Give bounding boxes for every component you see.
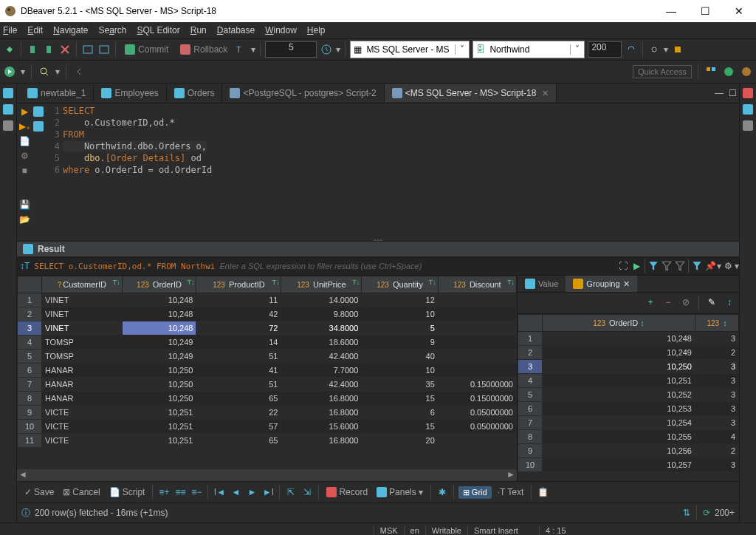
table-row[interactable]: 7HANAR10,2505142.4000350.15000000 xyxy=(18,378,517,392)
grp-col-orderid[interactable]: 123 OrderID ↕ xyxy=(543,315,695,332)
outline-icon[interactable] xyxy=(743,104,753,115)
table-row[interactable]: 6HANAR10,250417.700010 xyxy=(18,364,517,378)
menu-database[interactable]: Database xyxy=(217,25,255,35)
sort-icon[interactable]: ↕ xyxy=(723,296,736,309)
grid-mode-button[interactable]: ⊞ Grid xyxy=(458,486,492,499)
minimize-button[interactable]: — xyxy=(654,0,688,22)
h-scrollbar[interactable]: ◄► xyxy=(17,469,517,481)
filter-remove-icon[interactable] xyxy=(660,259,673,273)
outline2-icon[interactable] xyxy=(33,121,44,132)
add-col-icon[interactable]: + xyxy=(644,296,657,309)
table-row[interactable]: 1010,2573 xyxy=(518,458,739,472)
table-row[interactable]: 10VICTE10,2515715.6000150.05000000 xyxy=(18,420,517,434)
new-sql-icon[interactable] xyxy=(97,43,111,56)
dup-row-icon[interactable]: ≡≡ xyxy=(173,485,187,499)
grp-col-count[interactable]: 123 ↕ xyxy=(695,315,739,332)
close-icon[interactable]: ✕ xyxy=(623,279,630,289)
grouping-tab[interactable]: Grouping✕ xyxy=(566,276,636,292)
menu-edit[interactable]: Edit xyxy=(27,25,43,35)
info-icon[interactable] xyxy=(3,120,13,131)
error-log-icon[interactable] xyxy=(743,88,753,98)
tab-pg-script[interactable]: <PostgreSQL - postgres> Script-2 xyxy=(222,84,384,102)
refresh-icon[interactable] xyxy=(625,43,638,56)
table-row[interactable]: 110,2483 xyxy=(518,332,739,346)
table-row[interactable]: 210,2492 xyxy=(518,346,739,360)
table-row[interactable]: 2VINET10,248429.800010 xyxy=(18,307,517,321)
col-unitprice[interactable]: 123 UnitPriceT↓ xyxy=(281,276,362,293)
perspective-icon[interactable] xyxy=(704,65,718,78)
panels-button[interactable]: Panels ▾ xyxy=(374,487,426,497)
table-row[interactable]: 710,2543 xyxy=(518,416,739,430)
result-grid[interactable]: ?CustomerIDT↓ 123 OrderIDT↓ 123 ProductI… xyxy=(17,276,517,448)
table-row[interactable]: 9VICTE10,2512216.800060.05000000 xyxy=(18,406,517,420)
table-row[interactable]: 5TOMSP10,2495142.400040 xyxy=(18,350,517,364)
save-button[interactable]: ✓Save xyxy=(21,487,57,497)
filter-funnel-icon[interactable] xyxy=(647,259,660,273)
outline-icon[interactable] xyxy=(33,106,44,117)
rows-limit[interactable]: 200 xyxy=(588,41,622,58)
remove-col-icon[interactable]: − xyxy=(662,296,675,309)
col-quantity[interactable]: 123 QuantityT↓ xyxy=(362,276,439,293)
col-orderid[interactable]: 123 OrderIDT↓ xyxy=(122,276,196,293)
maximize-view-icon[interactable]: ☐ xyxy=(726,86,739,100)
perspective2-icon[interactable] xyxy=(722,65,735,78)
tool-icon[interactable] xyxy=(671,43,684,56)
load-icon[interactable]: 📂 xyxy=(19,214,30,225)
commit-button[interactable]: Commit xyxy=(120,44,173,55)
tab-orders[interactable]: Orders xyxy=(167,84,223,102)
table-row[interactable]: 11VICTE10,2516516.800020 xyxy=(18,434,517,448)
apply-filter-icon[interactable]: ▶ xyxy=(630,259,643,273)
fetch-more[interactable]: 200+ xyxy=(715,508,735,518)
result-tab[interactable]: Result xyxy=(17,241,739,257)
tab-mssql-script[interactable]: <MS SQL Server - MS> Script-18✕ xyxy=(385,84,557,102)
exec-script-icon[interactable]: 📄 xyxy=(19,136,30,146)
next-icon[interactable]: ► xyxy=(245,485,258,499)
limit-input[interactable]: 5 xyxy=(265,41,317,58)
plug-icon[interactable] xyxy=(26,43,39,56)
quick-access[interactable]: Quick Access xyxy=(633,65,692,78)
log-icon[interactable]: 📋 xyxy=(536,485,549,499)
first-icon[interactable]: I◄ xyxy=(213,485,226,499)
del-row-icon[interactable]: ≡− xyxy=(190,485,203,499)
grp-row-header[interactable] xyxy=(518,315,543,332)
search-icon[interactable] xyxy=(38,65,51,78)
tx-icon[interactable]: T xyxy=(235,43,248,56)
sql-editor-icon[interactable] xyxy=(81,43,94,56)
close-icon[interactable]: ✕ xyxy=(542,89,549,98)
table-row[interactable]: 410,2513 xyxy=(518,374,739,388)
filter-settings-icon[interactable] xyxy=(673,259,687,273)
prev-icon[interactable]: ◄ xyxy=(229,485,242,499)
exec-plus-icon[interactable]: ▶₊ xyxy=(19,121,30,132)
filter-col-icon[interactable]: T↓ xyxy=(113,279,120,286)
menu-help[interactable]: Help xyxy=(307,25,326,35)
sql-editor[interactable]: SELECT o.CustomerID,od.* FROM Northwind.… xyxy=(63,103,739,236)
table-row[interactable]: 1VINET10,2481114.000012 xyxy=(18,293,517,307)
stop-icon[interactable]: ■ xyxy=(21,166,27,176)
table-row[interactable]: 610,2533 xyxy=(518,402,739,416)
maximize-button[interactable]: ☐ xyxy=(688,0,722,22)
menu-run[interactable]: Run xyxy=(190,25,207,35)
database-combo[interactable]: 🗄 Northwind˅ xyxy=(472,41,585,58)
text-mode-button[interactable]: ·TText xyxy=(495,487,527,497)
col-productid[interactable]: 123 ProductIDT↓ xyxy=(196,276,281,293)
table-row[interactable]: 8HANAR10,2506516.8000150.15000000 xyxy=(18,392,517,406)
connection-combo[interactable]: ▦ MS SQL Server - MS˅ xyxy=(350,41,470,58)
reference-icon[interactable]: ✱ xyxy=(436,485,449,499)
import-icon[interactable]: ⇲ xyxy=(300,485,314,499)
table-row[interactable]: 4TOMSP10,2491418.60009 xyxy=(18,335,517,350)
row-header[interactable] xyxy=(18,276,42,293)
col-customerid[interactable]: ?CustomerIDT↓ xyxy=(42,276,123,293)
disconnect-icon[interactable] xyxy=(58,43,72,56)
tab-newtable[interactable]: newtable_1 xyxy=(20,84,94,102)
close-button[interactable]: ✕ xyxy=(722,0,756,22)
explain-icon[interactable]: ⚙ xyxy=(21,151,29,161)
menu-navigate[interactable]: Navigate xyxy=(53,25,88,35)
gear-icon[interactable] xyxy=(647,43,661,56)
rollback-button[interactable]: Rollback xyxy=(176,44,232,55)
table-row[interactable]: 3VINET10,2487234.80005 xyxy=(18,321,517,335)
exec-icon[interactable]: ▶ xyxy=(21,106,28,117)
table-row[interactable]: 510,2523 xyxy=(518,388,739,402)
back-icon[interactable] xyxy=(72,65,86,78)
script-button[interactable]: 📄Script xyxy=(106,487,148,497)
table-row[interactable]: 910,2562 xyxy=(518,444,739,458)
